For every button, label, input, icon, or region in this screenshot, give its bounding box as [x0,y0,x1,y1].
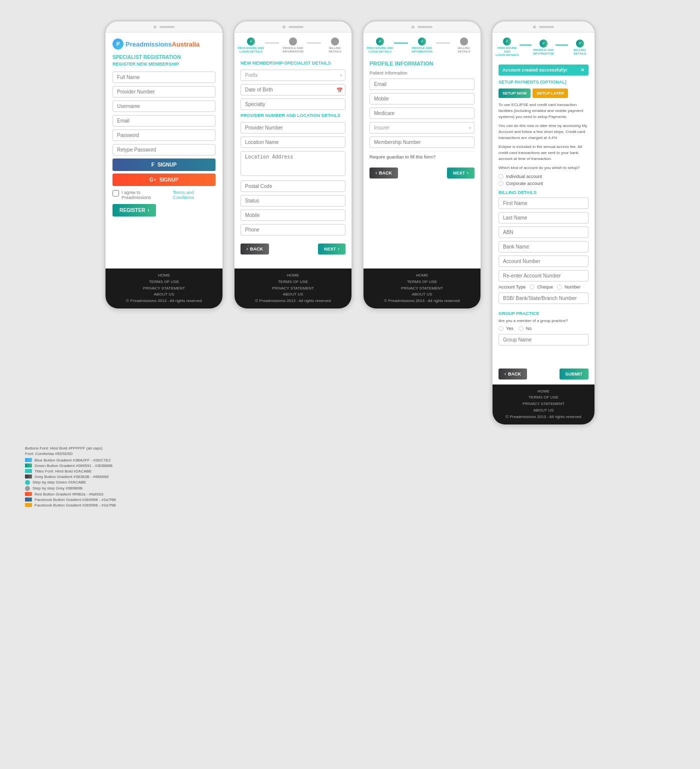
step-1-label-p4: PROCEDURE ANDLOGIN DETAILS [495,46,520,58]
back-button-4[interactable]: ‹ BACK [498,368,527,380]
footer-about[interactable]: ABOUT US [108,292,220,298]
step-3-circle [331,38,339,46]
step-grey-label: Step by step Grey #9B9B9B [32,486,82,490]
insurer-select[interactable]: Insurer [370,122,474,134]
re-enter-account-number-input[interactable] [498,270,588,282]
footer-privacy[interactable]: PRIVACY STATEMENT [108,286,220,292]
step-grey-circle [25,486,30,491]
step-1-p3: ✓ PROCEDURE ANDLOGIN DETAILS [366,38,394,54]
footer-privacy-4[interactable]: PRIVACY STATEMENT [494,401,592,408]
location-name-input[interactable] [240,136,346,148]
register-button[interactable]: REGISTER › [112,204,156,216]
bsb-input[interactable] [498,292,588,304]
facebook-swatch [25,498,32,502]
prefix-select[interactable]: Prefix [240,70,346,81]
next-button-2[interactable]: NEXT › [318,244,346,254]
footer-terms[interactable]: TERMS OF USE [108,279,220,286]
setup-now-button[interactable]: SETUP NOW [498,88,530,98]
dob-input[interactable] [240,84,346,96]
footer-privacy-3[interactable]: PRIVACY STATEMENT [366,286,478,292]
postal-code-input[interactable] [240,180,346,192]
corporate-account-radio[interactable] [498,181,504,186]
close-icon[interactable]: ✕ [580,68,584,72]
step-line-1 [265,42,279,44]
membership-number-input[interactable] [370,136,474,148]
abn-input[interactable] [498,226,588,238]
provider-number-input[interactable] [112,86,216,98]
mobile-input[interactable] [240,210,346,221]
group-name-input[interactable] [498,334,588,346]
info-text-1: To use ECLIPSE and credit card transacti… [498,102,588,120]
email-input-p3[interactable] [370,78,474,90]
specialist-registration-title: SPECIALIST REGISTRATION [112,54,216,60]
camera-icon-3 [412,26,414,28]
setup-later-button[interactable]: SETUP LATER [532,88,568,98]
footer-about-3[interactable]: ABOUT US [366,292,478,298]
patient-info-subtitle: Patient Information [370,70,474,76]
corporate-account-row: Corporate account [498,181,588,186]
last-name-billing-input[interactable] [498,212,588,224]
terms-link[interactable]: Terms and Conditions [173,190,216,200]
step-3-circle-p3 [460,38,468,46]
full-name-input[interactable] [112,72,216,83]
provider-number-input-2[interactable] [240,122,346,134]
bank-name-input[interactable] [498,241,588,252]
step-2-p3: ✓ PROFILE ANDINFORMATION [408,38,436,54]
medicare-input-p3[interactable] [370,108,474,119]
back-button-3[interactable]: ‹ BACK [370,168,398,178]
phone-top-bar-2 [234,22,352,32]
step-3-circle-p4: ✓ [576,40,584,48]
footer-home-4[interactable]: HOME [494,388,592,395]
individual-account-radio[interactable] [498,174,504,179]
footer-terms-4[interactable]: TERMS OF USE [494,394,592,401]
username-input[interactable] [112,100,216,112]
back-button-2[interactable]: ‹ BACK [240,244,269,254]
submit-button[interactable]: SUBMIT [560,368,589,380]
register-membership-subtitle: REGISTER NEW MEMBERSHIP [112,62,216,66]
speaker-icon-2 [288,26,304,28]
phone-input[interactable] [240,224,346,236]
yellow-swatch [25,503,32,507]
status-input[interactable] [240,195,346,206]
footer-terms-2[interactable]: TERMS OF USE [236,279,350,286]
step-green-circle [25,480,30,485]
phone3-footer: HOME TERMS OF USE PRIVACY STATEMENT ABOU… [364,268,480,308]
mobile-input-p3[interactable] [370,93,474,104]
next-button-3[interactable]: NEXT › [447,168,474,178]
location-address-input[interactable] [240,151,346,176]
footer-privacy-2[interactable]: PRIVACY STATEMENT [236,286,350,292]
yes-radio[interactable] [498,326,504,331]
footer-home[interactable]: HOME [108,272,220,279]
phone-content-2: ✓ PROCEDURE ANDLOGIN DETAILS PROFILE AND… [234,32,352,308]
back-arrow-icon-4: ‹ [504,372,506,376]
guardian-text: Require guardian to fill this form? [370,154,436,160]
cheque-radio[interactable] [530,284,534,290]
retype-password-input[interactable] [112,144,216,156]
password-input[interactable] [112,130,216,141]
phone-content-1: P PreadmissionsAustralia SPECIALIST REGI… [106,32,222,308]
next-arrow-icon-3: › [467,170,468,176]
no-radio[interactable] [518,326,524,331]
footer-home-3[interactable]: HOME [366,272,478,279]
facebook-signup-button[interactable]: f SIGNUP [112,158,216,171]
account-number-input[interactable] [498,256,588,267]
footer-about-2[interactable]: ABOUT US [236,292,350,298]
footer-home-2[interactable]: HOME [236,272,350,279]
legend-red-row: Red Button Gradient #ff482a - #fa692d [25,492,690,496]
blue-swatch [25,458,32,462]
specialist-details-title: NEW MEMBERSHIP-SPECIALIST DETAILS [240,60,346,66]
back-label-3: BACK [379,170,392,176]
specialty-input[interactable] [240,98,346,110]
number-radio[interactable] [557,284,562,290]
camera-icon [154,26,156,28]
terms-checkbox[interactable] [112,190,119,196]
logo-part1: Preadmissions [126,40,172,48]
footer-about-4[interactable]: ABOUT US [494,408,592,414]
setup-buttons: SETUP NOW SETUP LATER [498,88,588,98]
google-signup-button[interactable]: G+ SIGNUP [112,174,216,186]
first-name-billing-input[interactable] [498,198,588,209]
info-text-2: You can do this now or later time by acc… [498,123,588,141]
footer-terms-3[interactable]: TERMS OF USE [366,279,478,286]
email-input[interactable] [112,115,216,126]
step-3-label: BILLINGDETAILS [328,46,341,54]
